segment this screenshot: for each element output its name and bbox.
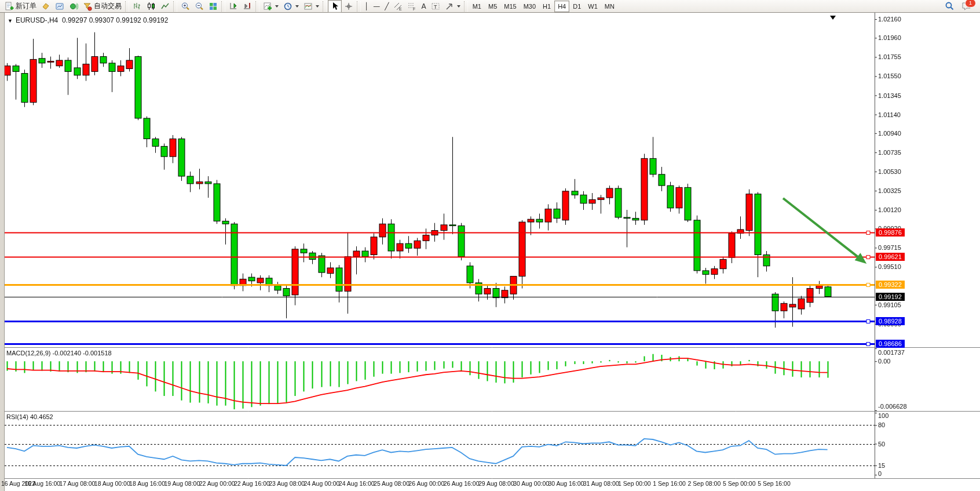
crosshair-icon [344,2,353,11]
autotrading-button[interactable]: 自动交易 [81,0,124,13]
horizontal-line-icon: — [373,2,380,10]
tile-windows-button[interactable] [206,0,220,13]
fibonacci-tool-button[interactable]: F [405,0,419,13]
notifications-button[interactable]: 1 [961,2,972,11]
chart-canvas[interactable] [0,13,980,491]
timeframe-button-H1[interactable]: H1 [539,1,554,12]
date-axis-label: 2 Sep 08:00 [688,480,721,487]
arrows-icon [445,2,454,11]
trendline-icon: ╱ [385,2,389,10]
date-axis-label: 5 Sep 00:00 [723,480,756,487]
timeframe-button-M1[interactable]: M1 [469,1,485,12]
timeframe-button-M15[interactable]: M15 [500,1,520,12]
macd-axis-tick: 0.00 [878,358,890,365]
styler-button[interactable] [39,0,53,13]
chart-shift-marker[interactable] [830,16,836,20]
price-axis-tick: 1.00735 [878,149,901,156]
text-icon: A [421,2,426,10]
zoom-in-button[interactable] [178,0,192,13]
fibonacci-icon: F [407,2,416,11]
auto-scroll-icon [243,2,252,11]
dropdown-arrow-icon [275,5,279,8]
main-toolbar: 新订单 自动交易 [0,0,980,13]
templates-button[interactable] [301,0,321,13]
sound-button[interactable] [67,0,81,13]
zoom-out-button[interactable] [192,0,206,13]
date-axis-label: 24 Aug 00:00 [304,480,340,487]
toolbar-separator [173,1,177,12]
indicators-button[interactable] [261,0,281,13]
dropdown-arrow-icon [316,5,319,8]
rsi-axis-tick: 0 [878,470,882,477]
date-axis-label: 18 Aug 16:00 [129,480,165,487]
timeframe-button-MN[interactable]: MN [601,1,618,12]
date-axis-label: 23 Aug 08:00 [269,480,305,487]
date-axis-label: 1 Sep 00:00 [618,480,651,487]
macd-indicator-label: MACD(12,26,9) -0.002140 -0.001518 [6,350,112,357]
macd-axis-tick: 0.001737 [878,349,905,356]
chart-candles-button[interactable] [144,0,158,13]
equidistant-channel-icon: E [393,2,403,11]
toolbar-separator [323,1,327,12]
date-axis-label: 1 Sep 16:00 [653,480,686,487]
chart-bars-button[interactable] [130,0,144,13]
toolbar-separator [357,1,361,12]
text-label-icon: T [431,2,440,11]
timeframe-button-M5[interactable]: M5 [485,1,500,12]
timeframe-button-M30[interactable]: M30 [520,1,539,12]
chart-shift-icon [229,2,238,11]
indicators-icon [263,2,272,11]
date-axis-label: 18 Aug 00:00 [94,480,130,487]
mt4-window: 新订单 自动交易 [0,0,980,491]
text-tool-button[interactable]: A [419,0,428,13]
toolbar-separator [125,1,129,12]
rsi-indicator-label: RSI(14) 40.4652 [6,413,53,420]
rsi-axis-tick: 100 [878,412,888,419]
cursor-tool-button[interactable] [328,0,342,13]
price-tag: 0.99621 [876,253,905,261]
price-axis-tick: 1.00120 [878,206,901,213]
price-axis-tick: 0.99105 [878,301,901,308]
arrows-tool-button[interactable] [443,0,463,13]
svg-text:T: T [434,3,437,9]
auto-scroll-button[interactable] [240,0,254,13]
text-label-tool-button[interactable]: T [429,0,443,13]
date-axis-label: 31 Aug 08:00 [583,480,619,487]
market-watch-icon [55,2,64,11]
trendline-tool-button[interactable]: ╱ [382,0,391,13]
price-tag: 0.99876 [876,228,905,237]
price-axis-tick: 1.01755 [878,53,901,60]
date-axis-label: 5 Sep 16:00 [758,480,791,487]
chart-area: ▼EURUSD-,H4 0.99297 0.99307 0.99192 0.99… [0,13,980,491]
date-axis-label: 22 Aug 16:00 [234,480,270,487]
svg-text:E: E [399,7,402,11]
timeframe-button-W1[interactable]: W1 [584,1,601,12]
horizontal-line-tool-button[interactable]: — [371,0,382,13]
chart-line-button[interactable] [158,0,172,13]
dropdown-arrow-icon [295,5,299,8]
date-axis-label: 25 Aug 08:00 [374,480,409,487]
date-axis-label: 30 Aug 00:00 [513,480,549,487]
new-order-button[interactable]: 新订单 [2,0,39,13]
price-axis-tick: 1.02160 [878,16,901,23]
timeframe-button-H4[interactable]: H4 [554,1,569,12]
rsi-axis-tick: 50 [878,441,885,448]
crosshair-tool-button[interactable] [342,0,356,13]
date-axis-label: 16 Aug 16:00 [24,480,60,487]
toolbar-separator [255,1,259,12]
vertical-line-tool-button[interactable]: │ [362,0,371,13]
channel-tool-button[interactable]: E [391,0,405,13]
svg-text:F: F [413,7,415,11]
macd-axis-tick: -0.006628 [878,403,907,410]
rsi-value: 40.4652 [30,413,53,420]
macd-name: MACD(12,26,9) [6,350,50,357]
price-axis-tick: 1.01345 [878,92,901,99]
timeframe-button-D1[interactable]: D1 [569,1,584,12]
periods-button[interactable] [281,0,301,13]
tile-windows-icon [209,2,218,11]
price-axis-tick: 1.01550 [878,72,901,79]
market-watch-button[interactable] [53,0,67,13]
chart-shift-button[interactable] [226,0,240,13]
rsi-name: RSI(14) [6,413,28,420]
search-icon[interactable] [945,1,955,11]
